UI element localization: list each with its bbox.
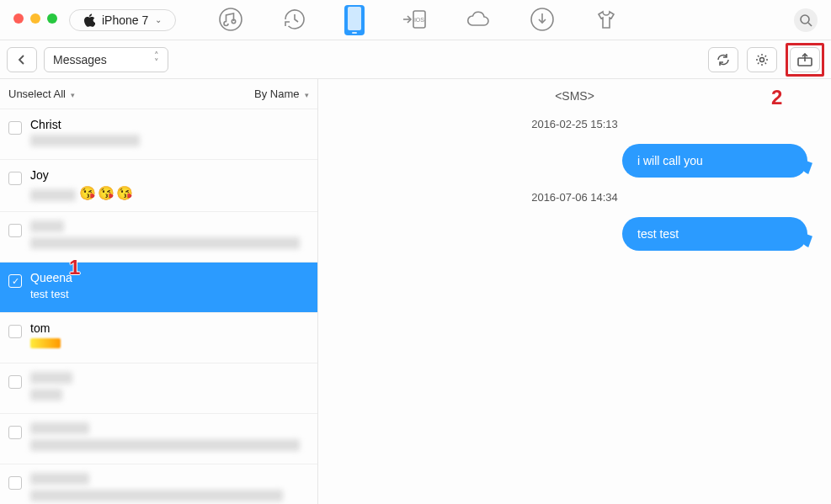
thread-row[interactable] <box>0 414 317 464</box>
checkbox[interactable] <box>8 426 22 439</box>
toolbar: Messages ˄˅ <box>0 40 831 79</box>
unselect-all[interactable]: Unselect All ▾ <box>8 88 75 100</box>
thread-name: tom <box>30 321 309 335</box>
message-timestamp: 2016-02-25 15:13 <box>342 118 807 130</box>
titlebar: iPhone 7 ⌄ iOS <box>0 0 831 40</box>
dropdown-icon: ▾ <box>69 91 76 99</box>
checkbox-checked[interactable]: ✓ <box>8 274 22 288</box>
thread-list: Christ Joy 😘😘😘 <box>0 109 317 504</box>
refresh-button[interactable] <box>708 47 738 72</box>
to-ios-icon[interactable]: iOS <box>400 5 429 34</box>
thread-preview-redacted <box>30 389 62 401</box>
checkbox[interactable] <box>8 375 22 389</box>
dropdown-icon: ▾ <box>302 91 309 99</box>
history-icon[interactable] <box>280 5 309 34</box>
svg-point-0 <box>220 8 242 30</box>
thread-name-redacted <box>30 220 64 232</box>
thread-row[interactable]: tom <box>0 313 317 363</box>
thread-preview-redacted <box>30 338 61 348</box>
thread-preview: 😘😘😘 <box>30 185 309 201</box>
checkbox[interactable] <box>8 325 22 338</box>
checkbox[interactable] <box>8 476 22 490</box>
select-chevrons-icon: ˄˅ <box>154 53 159 66</box>
thread-row[interactable]: Joy 😘😘😘 <box>0 160 317 212</box>
apple-icon <box>83 13 95 27</box>
music-icon[interactable] <box>216 5 245 34</box>
thread-name-redacted <box>30 473 89 485</box>
zoom-window[interactable] <box>47 13 57 24</box>
search-button[interactable] <box>794 8 818 32</box>
conversation-pane: <SMS> 2016-02-25 15:13 i will call you 2… <box>318 79 831 504</box>
thread-row[interactable]: Christ <box>0 109 317 160</box>
svg-text:iOS: iOS <box>414 17 424 23</box>
checkbox[interactable] <box>8 172 22 185</box>
thread-name-redacted <box>30 372 72 384</box>
thread-preview: test test <box>30 288 309 300</box>
svg-point-6 <box>760 57 764 61</box>
back-button[interactable] <box>7 47 37 72</box>
thread-row[interactable] <box>0 464 317 504</box>
thread-row[interactable] <box>0 363 317 414</box>
checkbox[interactable] <box>8 121 22 135</box>
close-window[interactable] <box>13 13 24 24</box>
device-label: iPhone 7 <box>102 13 148 27</box>
settings-button[interactable] <box>747 47 777 72</box>
export-highlight <box>786 43 824 77</box>
download-icon[interactable] <box>528 5 557 34</box>
thread-name: Queena <box>30 271 309 284</box>
export-button[interactable] <box>790 47 820 72</box>
checkbox[interactable] <box>8 224 22 237</box>
category-select[interactable]: Messages ˄˅ <box>44 47 168 72</box>
message-bubble: i will call you <box>622 144 807 178</box>
svg-point-5 <box>801 15 809 24</box>
thread-sidebar: Unselect All ▾ By Name ▾ Christ Joy 😘😘� <box>0 79 318 504</box>
device-tab-active[interactable] <box>344 5 365 35</box>
thread-preview-redacted <box>30 439 300 451</box>
thread-preview-redacted <box>30 135 140 146</box>
tshirt-icon[interactable] <box>592 5 621 34</box>
svg-point-1 <box>232 19 236 23</box>
thread-preview-redacted <box>30 237 300 249</box>
device-selector[interactable]: iPhone 7 ⌄ <box>69 9 176 31</box>
mode-tabs: iOS <box>216 5 621 35</box>
sort-control[interactable]: By Name ▾ <box>254 88 309 100</box>
cloud-icon[interactable] <box>464 5 493 34</box>
thread-row-selected[interactable]: ✓ Queena test test <box>0 263 317 313</box>
chevron-down-icon: ⌄ <box>155 15 162 24</box>
sidebar-header: Unselect All ▾ By Name ▾ <box>0 79 317 109</box>
message-bubble: test test <box>622 217 807 251</box>
thread-preview-redacted <box>30 490 283 501</box>
thread-row[interactable] <box>0 212 317 263</box>
thread-name-redacted <box>30 422 89 434</box>
thread-name: Christ <box>30 118 309 131</box>
window-controls <box>13 13 57 24</box>
content: Unselect All ▾ By Name ▾ Christ Joy 😘😘� <box>0 79 831 504</box>
thread-name: Joy <box>30 168 309 182</box>
message-timestamp: 2016-07-06 14:34 <box>342 191 807 204</box>
conversation-title: <SMS> <box>342 89 807 103</box>
category-label: Messages <box>53 53 107 66</box>
minimize-window[interactable] <box>30 13 40 24</box>
